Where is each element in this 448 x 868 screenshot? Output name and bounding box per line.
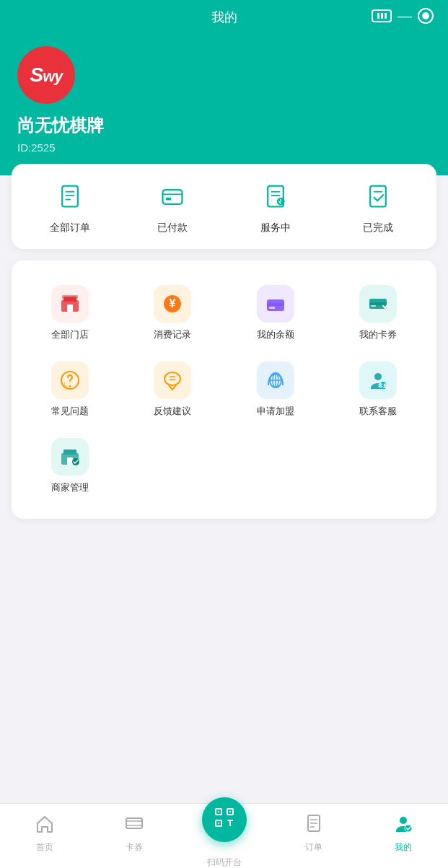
menu-balance[interactable]: 我的余额 bbox=[224, 275, 327, 351]
nav-coupon[interactable]: 卡券 bbox=[89, 813, 179, 859]
svg-point-36 bbox=[374, 373, 382, 380]
coupon-icon bbox=[124, 813, 144, 838]
order-item-service[interactable]: 服务中 bbox=[224, 178, 327, 234]
svg-rect-17 bbox=[67, 304, 73, 312]
svg-rect-40 bbox=[63, 450, 76, 455]
order-shortcuts: 全部订单 已付款 服务中 bbox=[12, 164, 436, 249]
paid-icon bbox=[154, 178, 190, 214]
consumption-label: 消费记录 bbox=[154, 328, 191, 341]
customer-service-icon: 客服 bbox=[359, 361, 397, 399]
profile-nav-label: 我的 bbox=[395, 841, 412, 854]
complete-label: 已完成 bbox=[363, 222, 393, 234]
svg-rect-6 bbox=[166, 198, 171, 201]
order-icon bbox=[304, 813, 324, 838]
svg-point-29 bbox=[164, 372, 180, 385]
nav-scan[interactable]: 扫码开台 bbox=[179, 803, 268, 868]
svg-text:¥: ¥ bbox=[170, 297, 176, 310]
order-item-complete[interactable]: 已完成 bbox=[327, 178, 429, 234]
svg-rect-25 bbox=[369, 302, 387, 305]
svg-rect-4 bbox=[163, 190, 183, 204]
scan-button[interactable] bbox=[202, 797, 247, 842]
complete-icon bbox=[360, 178, 396, 214]
nav-order[interactable]: 订单 bbox=[269, 813, 359, 859]
signal-icon bbox=[372, 9, 392, 22]
svg-rect-13 bbox=[370, 186, 386, 207]
menu-card[interactable]: 我的卡券 bbox=[327, 275, 429, 351]
merchant-icon bbox=[51, 438, 89, 475]
bottom-nav: 首页 卡券 bbox=[0, 803, 448, 868]
consumption-icon: ¥ bbox=[154, 285, 191, 323]
all-stores-label: 全部门店 bbox=[51, 328, 89, 341]
menu-grid: 全部门店 ¥ 消费记录 我的余额 bbox=[19, 275, 429, 504]
profile-nav-icon bbox=[393, 813, 413, 838]
feedback-label: 反馈建议 bbox=[154, 405, 191, 418]
order-item-paid[interactable]: 已付款 bbox=[121, 178, 224, 234]
svg-rect-26 bbox=[371, 305, 376, 307]
svg-rect-18 bbox=[62, 295, 78, 299]
card-label: 我的卡券 bbox=[359, 328, 397, 341]
profile-area: Swy 尚无忧棋牌 ID:2525 bbox=[0, 32, 448, 175]
nav-home[interactable]: 首页 bbox=[0, 813, 89, 859]
svg-point-28 bbox=[69, 385, 71, 387]
scan-label: 扫码开台 bbox=[207, 856, 242, 868]
menu-faq[interactable]: 常见问题 bbox=[19, 351, 121, 428]
nav-profile[interactable]: 我的 bbox=[359, 813, 448, 859]
menu-franchise[interactable]: 申请加盟 bbox=[224, 351, 327, 428]
profile-id: ID:2525 bbox=[17, 141, 431, 154]
status-bar: 我的 — bbox=[0, 0, 448, 32]
scan-icon bbox=[214, 807, 235, 833]
order-item-all[interactable]: 全部订单 bbox=[19, 178, 121, 234]
svg-rect-51 bbox=[218, 823, 219, 824]
svg-point-58 bbox=[400, 817, 407, 824]
order-label: 订单 bbox=[305, 841, 322, 854]
franchise-label: 申请加盟 bbox=[257, 405, 294, 418]
page-title: 我的 bbox=[211, 9, 237, 26]
svg-text:客服: 客服 bbox=[378, 382, 389, 388]
menu-consumption[interactable]: ¥ 消费记录 bbox=[121, 275, 224, 351]
record-icon bbox=[418, 8, 434, 24]
faq-label: 常见问题 bbox=[51, 405, 89, 418]
all-orders-label: 全部订单 bbox=[50, 222, 90, 234]
menu-section: 全部门店 ¥ 消费记录 我的余额 bbox=[12, 260, 436, 519]
menu-merchant[interactable]: 商家管理 bbox=[19, 428, 121, 504]
profile-name: 尚无忧棋牌 bbox=[17, 114, 431, 137]
faq-icon bbox=[51, 361, 89, 399]
svg-rect-22 bbox=[267, 303, 284, 306]
svg-rect-23 bbox=[269, 307, 275, 309]
battery-minus-icon: — bbox=[398, 9, 412, 23]
home-icon bbox=[35, 813, 55, 838]
status-icons: — bbox=[372, 8, 434, 24]
menu-customer-service[interactable]: 客服 联系客服 bbox=[327, 351, 429, 428]
svg-point-59 bbox=[405, 825, 412, 832]
customer-service-label: 联系客服 bbox=[359, 405, 397, 418]
svg-rect-50 bbox=[229, 811, 231, 812]
merchant-label: 商家管理 bbox=[51, 481, 89, 494]
logo-text: Swy bbox=[30, 63, 62, 87]
all-orders-icon bbox=[52, 178, 88, 214]
menu-feedback[interactable]: 反馈建议 bbox=[121, 351, 224, 428]
balance-label: 我的余额 bbox=[257, 328, 294, 341]
paid-label: 已付款 bbox=[157, 222, 188, 234]
service-label: 服务中 bbox=[260, 222, 291, 234]
svg-rect-43 bbox=[126, 818, 142, 828]
logo: Swy bbox=[17, 46, 75, 104]
svg-rect-41 bbox=[67, 457, 73, 465]
coupon-label: 卡券 bbox=[126, 841, 143, 854]
card-icon bbox=[359, 285, 397, 323]
feedback-icon bbox=[154, 361, 191, 399]
svg-rect-49 bbox=[218, 811, 219, 812]
service-icon bbox=[258, 178, 294, 214]
home-label: 首页 bbox=[36, 841, 53, 854]
balance-icon bbox=[257, 285, 294, 323]
franchise-icon bbox=[257, 361, 294, 399]
all-stores-icon bbox=[51, 285, 89, 323]
menu-all-stores[interactable]: 全部门店 bbox=[19, 275, 121, 351]
